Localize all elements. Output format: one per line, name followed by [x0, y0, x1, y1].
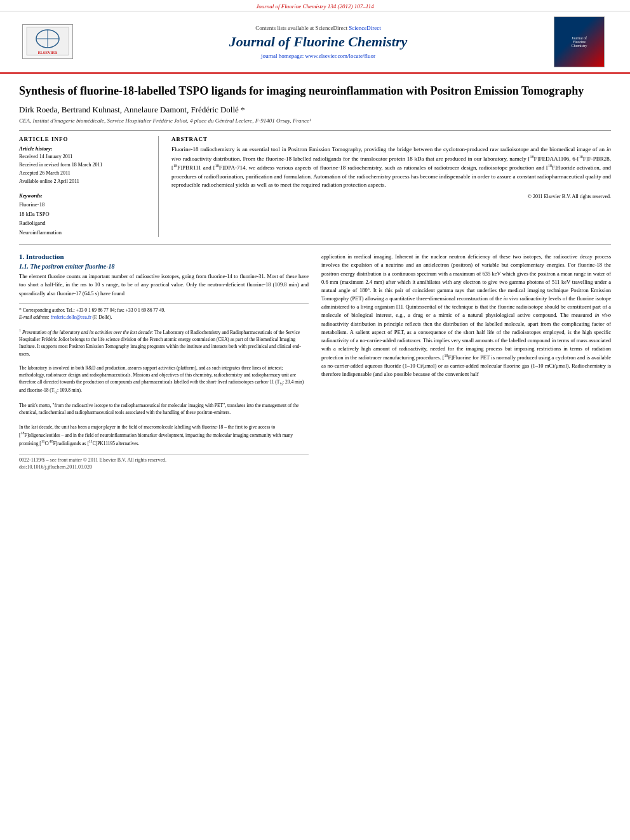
right-col-paragraph: application in medical imaging. Inherent…: [321, 253, 611, 378]
divider-1: [19, 130, 611, 131]
footnote-star: * Corresponding author. Tel.: +33 0 1 69…: [19, 307, 309, 314]
elsevier-logo-area: ELSEVIER: [13, 24, 83, 60]
doi-text: doi:10.1016/j.jfluchem.2011.03.020: [19, 463, 309, 470]
intro-paragraph-1: The element fluorine counts an important…: [19, 272, 309, 298]
subsection-title: 1.1. The positron emitter fluorine-18: [19, 263, 309, 270]
issn-text: 0022-1139/$ – see front matter © 2011 El…: [19, 457, 166, 463]
elsevier-logo-image: ELSEVIER: [22, 24, 73, 59]
contents-line: Contents lists available at ScienceDirec…: [83, 25, 554, 31]
journal-cover-area: Journal ofFluorineChemistry: [554, 17, 617, 67]
main-content: Synthesis of fluorine-18-labelled TSPO l…: [0, 74, 630, 483]
elsevier-logo: ELSEVIER: [13, 24, 83, 60]
keyword-1: Fluorine-18: [19, 200, 149, 209]
footnote-motto: The unit's motto, "from the radioactive …: [19, 402, 309, 417]
abstract-panel: ABSTRACT Fluorine-18 radiochemistry is a…: [171, 136, 611, 237]
article-dates: Received 14 January 2011 Received in rev…: [19, 153, 149, 185]
footnote-decade: In the last decade, the unit has been a …: [19, 423, 309, 447]
body-columns: 1. Introduction 1.1. The positron emitte…: [19, 253, 611, 470]
footnote-1: 1 Presentation of the laboratory and its…: [19, 328, 309, 357]
svg-text:ELSEVIER: ELSEVIER: [38, 51, 58, 55]
info-abstract-section: ARTICLE INFO Article history: Received 1…: [19, 136, 611, 237]
footnote-email: E-mail address: frederic.dolle@cea.fr (F…: [19, 314, 309, 321]
article-info-heading: ARTICLE INFO: [19, 136, 149, 142]
journal-reference: Journal of Fluorine Chemistry 134 (2012)…: [256, 3, 373, 10]
keywords-list: Fluorine-18 18 kDa TSPO Radioligand Neur…: [19, 200, 149, 237]
copyright-line: © 2011 Elsevier B.V. All rights reserved…: [171, 194, 611, 199]
bottom-bar: 0022-1139/$ – see front matter © 2011 El…: [19, 454, 309, 463]
intro-section-title: 1. Introduction: [19, 253, 309, 260]
article-info-panel: ARTICLE INFO Article history: Received 1…: [19, 136, 159, 237]
keyword-4: Neuroinflammation: [19, 228, 149, 237]
footnote-section: * Corresponding author. Tel.: +33 0 1 69…: [19, 303, 309, 447]
journal-header: ELSEVIER Contents lists available at Sci…: [0, 11, 630, 74]
body-col-left: 1. Introduction 1.1. The positron emitte…: [19, 253, 309, 470]
abstract-text: Fluorine-18 radiochemistry is an essenti…: [171, 145, 611, 190]
body-col-right: application in medical imaging. Inherent…: [321, 253, 611, 470]
abstract-heading: ABSTRACT: [171, 136, 611, 142]
authors: Dirk Roeda, Bertrand Kuhnast, Annelaure …: [19, 105, 611, 115]
history-label: Article history:: [19, 145, 149, 152]
keyword-3: Radioligand: [19, 218, 149, 227]
sciencedirect-link[interactable]: ScienceDirect: [349, 25, 380, 31]
article-title: Synthesis of fluorine-18-labelled TSPO l…: [19, 83, 611, 98]
journal-homepage: journal homepage: www.elsevier.com/locat…: [83, 53, 554, 59]
journal-cover-image: Journal ofFluorineChemistry: [554, 17, 605, 67]
keywords-label: Keywords:: [19, 192, 149, 199]
journal-top-bar: Journal of Fluorine Chemistry 134 (2012)…: [0, 0, 630, 11]
footnote-lab-activities: The laboratory is involved in both R&D a…: [19, 364, 309, 395]
divider-2: [19, 244, 611, 245]
journal-title: Journal of Fluorine Chemistry: [83, 34, 554, 50]
affiliation: CEA, Institut d'imagerie biomédicale, Se…: [19, 117, 611, 124]
keyword-2: 18 kDa TSPO: [19, 210, 149, 218]
journal-title-area: Contents lists available at ScienceDirec…: [83, 25, 554, 59]
